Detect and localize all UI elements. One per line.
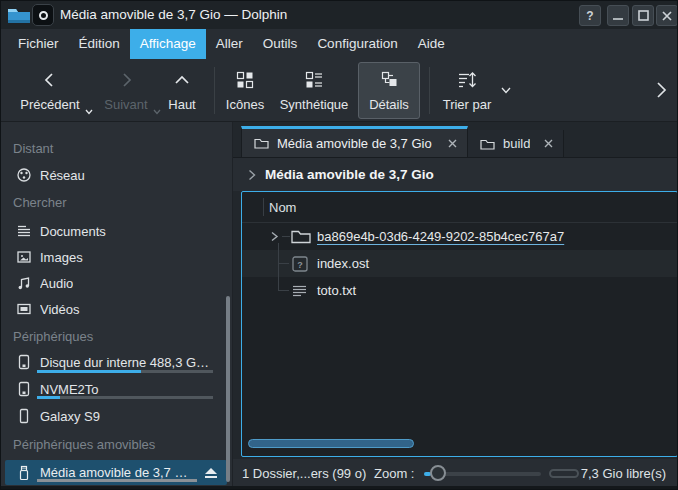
column-header[interactable]: Nom <box>242 192 677 223</box>
sidebar-scrollbar[interactable] <box>226 296 230 482</box>
sidebar-item-reseau[interactable]: Réseau <box>1 163 225 187</box>
folder-icon <box>480 138 495 150</box>
music-note-icon <box>16 275 32 291</box>
sort-button[interactable]: Trier par <box>437 63 497 118</box>
section-peripheriques-amovibles: Périphériques amovibles <box>13 437 155 452</box>
chevron-down-icon <box>85 109 93 115</box>
tree-line <box>282 236 290 237</box>
file-view: Nom ba869e4b-03d6-4249-9202-85b4cec767a7 <box>241 191 678 457</box>
help-button[interactable]: ? <box>579 5 601 26</box>
smartphone-icon <box>16 408 32 424</box>
section-distant: Distant <box>13 141 53 156</box>
tab-media-amovible[interactable]: Média amovible de 3,7 Gio <box>241 126 468 157</box>
compact-view-icon <box>267 63 361 97</box>
chevron-down-icon <box>501 87 511 94</box>
window-body: Distant Réseau Chercher <box>1 122 677 486</box>
dolphin-window: Média amovible de 3,7 Gio — Dolphin ? Fi… <box>0 0 678 490</box>
eject-icon[interactable] <box>204 467 218 479</box>
disk-usage-bar <box>37 396 213 399</box>
titlebar: Média amovible de 3,7 Gio — Dolphin ? <box>1 1 677 29</box>
tab-close-icon[interactable] <box>544 139 553 148</box>
tab-bar: Média amovible de 3,7 Gio build <box>233 122 677 158</box>
menu-outils[interactable]: Outils <box>253 29 308 59</box>
folder-icon <box>254 137 269 149</box>
unknown-file-icon: ? <box>292 256 308 272</box>
horizontal-scrollbar[interactable] <box>248 439 414 448</box>
sidebar-item-galaxy-s9[interactable]: Galaxy S9 <box>1 404 225 428</box>
menu-affichage[interactable]: Affichage <box>130 29 206 59</box>
toolbar: Précédent Suivant Haut <box>1 59 677 122</box>
sidebar-item-audio[interactable]: Audio <box>1 271 225 295</box>
menu-edition[interactable]: Édition <box>69 29 130 59</box>
hard-drive-icon <box>16 354 32 370</box>
icons-view-button[interactable]: Icônes <box>215 63 275 118</box>
disk-usage-bar <box>37 370 213 373</box>
menu-configuration[interactable]: Configuration <box>307 29 407 59</box>
file-row-index-ost[interactable]: ? index.ost <box>242 250 677 277</box>
zoom-slider-handle[interactable] <box>430 465 446 481</box>
menu-aller[interactable]: Aller <box>206 29 253 59</box>
svg-text:?: ? <box>297 260 303 270</box>
free-space-bar <box>549 469 579 478</box>
tree-line <box>278 243 279 290</box>
breadcrumb-chevron-icon[interactable] <box>248 169 256 181</box>
sidebar-item-documents[interactable]: Documents <box>1 219 225 243</box>
hard-drive-icon <box>16 381 32 397</box>
section-peripheriques: Périphériques <box>13 329 93 344</box>
tree-line <box>278 263 289 264</box>
menu-aide[interactable]: Aide <box>408 29 455 59</box>
file-row-folder[interactable]: ba869e4b-03d6-4249-9202-85b4cec767a7 <box>242 223 677 250</box>
details-view-button[interactable]: Détails <box>358 62 420 119</box>
details-view-icon <box>359 63 419 97</box>
toolbar-overflow-chevron-icon[interactable] <box>656 81 667 99</box>
window-title: Média amovible de 3,7 Gio — Dolphin <box>60 1 287 29</box>
maximize-button[interactable] <box>632 5 654 26</box>
section-chercher: Chercher <box>13 195 66 210</box>
expander-chevron-icon[interactable] <box>270 230 279 243</box>
usb-stick-icon <box>16 465 32 481</box>
dolphin-folder-icon <box>7 5 31 25</box>
main-area: Média amovible de 3,7 Gio build <box>233 122 677 486</box>
breadcrumb-location[interactable]: Média amovible de 3,7 Gio <box>265 167 434 182</box>
tab-close-icon[interactable] <box>448 139 457 148</box>
column-nom: Nom <box>269 192 296 223</box>
network-icon <box>16 167 32 183</box>
chevron-down-icon <box>153 109 161 115</box>
file-row-toto-txt[interactable]: toto.txt <box>242 277 677 304</box>
back-button[interactable]: Précédent <box>7 63 93 118</box>
compact-view-button[interactable]: Synthétique <box>267 63 361 118</box>
text-file-icon <box>292 283 308 299</box>
chevron-left-icon <box>7 63 93 97</box>
disk-usage-bar <box>37 479 197 482</box>
window-bottom-edge <box>1 486 677 489</box>
menu-fichier[interactable]: Fichier <box>8 29 69 59</box>
folder-icon <box>291 229 311 244</box>
sidebar-item-images[interactable]: Images <box>1 245 225 269</box>
tab-build[interactable]: build <box>468 130 564 157</box>
status-bar: 1 Dossier,...ers (99 o) Zoom : 7,3 Gio l… <box>233 459 677 488</box>
image-icon <box>16 249 32 265</box>
forward-button[interactable]: Suivant <box>99 63 153 118</box>
app-badge-icon[interactable] <box>32 4 54 26</box>
menubar: Fichier Édition Affichage Aller Outils C… <box>1 29 677 59</box>
zoom-label: Zoom : <box>374 459 414 488</box>
sidebar-item-videos[interactable]: Vidéos <box>1 297 225 321</box>
close-button[interactable] <box>656 5 678 26</box>
tree-line <box>278 290 289 291</box>
sort-icon <box>437 63 497 97</box>
up-button[interactable]: Haut <box>161 63 203 118</box>
chevron-up-icon <box>161 63 203 97</box>
chevron-right-icon <box>99 63 153 97</box>
document-lines-icon <box>16 223 32 239</box>
toolbar-separator <box>429 67 430 114</box>
status-summary: 1 Dossier,...ers (99 o) <box>242 459 366 488</box>
film-icon <box>16 301 32 317</box>
column-divider <box>263 198 264 216</box>
minimize-button[interactable] <box>607 5 629 26</box>
places-panel: Distant Réseau Chercher <box>1 122 233 486</box>
breadcrumb: Média amovible de 3,7 Gio <box>233 158 677 191</box>
icons-view-icon <box>215 63 275 97</box>
free-space-label: 7,3 Gio libre(s) <box>581 459 666 488</box>
